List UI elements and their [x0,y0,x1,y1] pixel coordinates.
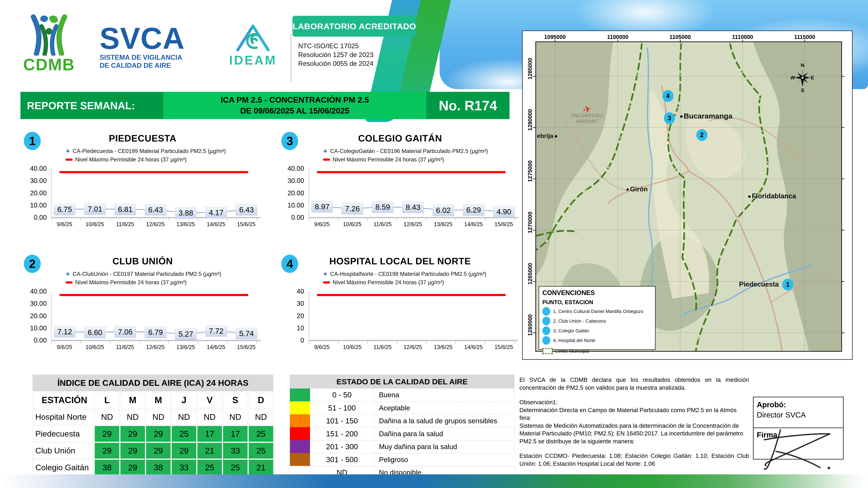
x-tick-label: 11/6/25 [368,344,397,351]
map-tick [533,230,536,230]
map-tick [841,127,844,128]
ideam-logo-text: IDEAM [225,53,281,67]
chart-title: PIEDECUESTA [46,133,240,144]
ica-value-cell: ND [249,409,273,425]
map-tick [533,281,536,282]
map-legend-item-label: 2, Club Unión - Cabecera [553,318,606,324]
uncertainty-text: Estación CCDMO- Piedecuesta: 1.08; Estac… [519,452,749,467]
ica-table: ÍNDICE DE CALIDAD DEL AIRE (ICA) 24 HORA… [33,375,273,476]
ica-value-cell: ND [197,409,222,425]
aprobo-role: Director SVCA [757,411,806,419]
station-marker-4: 4 [662,90,674,102]
x-axis-tick [81,218,81,221]
map-tick [555,40,555,42]
map-y-coordinate: 1280000 [527,125,533,131]
report-subject: ICA PM 2.5 - CONCENTRACIÓN PM 2.5 DE 09/… [163,92,426,119]
map-tick [618,40,618,42]
station-point-icon [542,326,550,335]
ica-value-cell: 29 [146,426,170,442]
series-diamond-icon [323,272,328,276]
city-label-lebrija: ebrija [537,132,557,139]
declaration-text: El SVCA de la CDMB declara que los resul… [519,376,749,392]
ica-column-header: M [146,392,170,408]
city-dot [626,188,629,191]
map-y-coordinate: 1285000 [527,73,533,79]
estado-range: 201 - 300 [310,440,374,453]
estado-description: Aceptable [374,401,513,414]
map-legend-item-label: 1, Centro Cultural Daniel Mantilla Orbeg… [553,308,643,314]
notes-block: El SVCA de la CDMB declara que los resul… [519,376,749,467]
ica-value-cell: 25 [249,443,273,459]
ica-column-header: D [249,392,273,408]
y-tick-label: 40.00 [20,288,46,295]
accreditation-lines: NTC-ISO/IEC 17025Resolución 1257 de 2023… [298,42,374,68]
map-tick [841,178,844,179]
map-y-coordinate: 1275000 [527,176,533,182]
ica-value-cell: 33 [223,443,248,459]
report-number: No. R174 [426,92,509,119]
city-label-floridablanca: Floridablanca [748,192,796,200]
chart-legend: CA-ClubUnión - CE0197 Material Particula… [65,270,221,287]
map-legend-item: 2, Club Unión - Cabecera [542,317,652,325]
limit-line-icon [65,159,73,161]
x-tick-label: 12/6/25 [399,344,427,351]
chart-panel-bottom-right: 4HOSPITAL LOCAL DEL NORTECA-HospitalNort… [278,255,522,362]
map-legend-item: 4, Hospital del Norte [542,336,652,344]
map-legend-limit-row: Límite Municipal [542,347,652,355]
y-tick-label: 10 [277,324,304,332]
map-y-coordinate: 1260000 [527,330,533,336]
estado-range: 151 - 200 [310,427,374,440]
station-point-icon [542,336,550,345]
legend-series-row: CA-Piedecuesta - CE0199 Material Particu… [65,147,226,155]
ica-column-header: ESTACIÓN [33,392,94,408]
ica-value-cell: 38 [95,460,119,476]
x-axis-tick [455,218,456,221]
x-axis-tick [338,341,339,344]
svg-text:E: E [811,75,814,80]
report-subject-line1: ICA PM 2.5 - CONCENTRACIÓN PM 2.5 [221,95,369,105]
x-tick-label: 9/6/25 [308,221,336,228]
data-point-label: 5.74 [236,328,257,339]
x-axis-tick [256,341,257,344]
x-axis-tick [198,218,198,221]
ica-value-cell: ND [95,409,119,425]
x-axis-tick [51,341,52,344]
data-point-label: 6.79 [145,327,166,338]
x-tick-label: 11/6/25 [111,344,140,351]
cdmb-logo-icon [27,14,71,56]
map-y-coordinate: 1270000 [527,227,533,233]
legend-series-row: CA-ClubUnión - CE0197 Material Particula… [65,270,221,278]
city-label-bucaramanga: Bucaramanga [680,112,732,120]
map-x-coordinate: 1095000 [537,34,573,40]
data-point-label: 6.43 [236,204,257,216]
station-number-badge: 2 [24,255,41,273]
x-axis-tick [51,218,52,221]
x-axis-tick [81,341,81,344]
ica-value-cell: 17 [223,426,248,442]
x-axis-tick [397,218,397,221]
limit-label: Nivel Máximo Permisible 24 horas (37 µg/… [333,156,444,163]
ica-column-header: S [223,392,248,408]
x-axis-tick [309,341,309,344]
x-tick-label: 11/6/25 [368,221,397,228]
x-axis-tick [168,218,169,221]
x-tick-label: 9/6/25 [50,221,79,228]
x-axis-tick [338,218,339,221]
accreditation-line: Resolución 0055 de 2024 [298,59,374,68]
x-axis-tick [397,341,397,344]
observation-line: Sistemas de Medición Automatizados para … [519,422,749,445]
ica-value-cell: 25 [172,426,196,442]
map-tick [841,281,844,282]
chart-panel-top-right: 3COLEGIO GAITÁNCA-ColegioGaitán - CE0196… [278,132,522,239]
limit-line-icon [323,159,330,161]
ica-value-cell: 29 [120,443,145,459]
ica-station-name: Club Unión [33,443,94,459]
x-axis-tick [367,218,368,221]
estado-description: Dañina a la salud de grupos sensibles [374,414,513,427]
svg-text:S: S [801,88,804,93]
ica-value-cell: 17 [197,426,222,442]
x-axis-tick [309,218,309,221]
map-tick [805,40,805,42]
map-legend-subtitle: PUNTO, ESTACION [542,299,652,305]
chart-plot-area: 40.0030.0020.0010.000.008.977.268.598.43… [309,169,514,218]
